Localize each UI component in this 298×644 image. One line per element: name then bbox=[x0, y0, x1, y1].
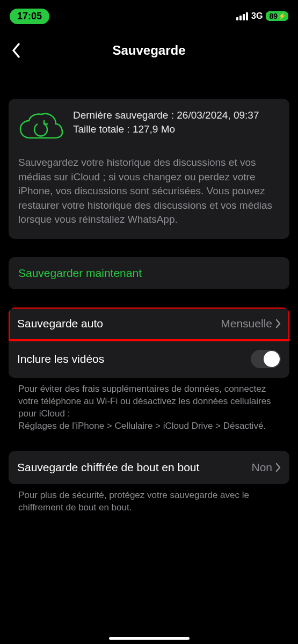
encrypted-backup-value: Non bbox=[251, 461, 272, 474]
page-title: Sauvegarde bbox=[8, 43, 290, 58]
last-backup-text: Dernière sauvegarde : 26/03/2024, 09:37 bbox=[73, 108, 280, 122]
back-button[interactable] bbox=[5, 40, 27, 61]
auto-backup-label: Sauvegarde auto bbox=[17, 317, 221, 330]
home-indicator[interactable] bbox=[109, 637, 190, 640]
include-videos-row: Inclure les vidéos bbox=[9, 340, 289, 378]
toggle-knob bbox=[264, 351, 280, 367]
include-videos-toggle[interactable] bbox=[251, 350, 281, 368]
encryption-note: Pour plus de sécurité, protégez votre sa… bbox=[9, 484, 289, 514]
nav-bar: Sauvegarde bbox=[0, 27, 298, 68]
cloud-refresh-icon bbox=[18, 108, 63, 146]
chevron-right-icon bbox=[275, 319, 281, 328]
battery-level: 89 bbox=[269, 12, 278, 20]
data-warning-note: Pour éviter des frais supplémentaires de… bbox=[9, 378, 289, 433]
total-size-text: Taille totale : 127,9 Mo bbox=[73, 122, 280, 136]
backup-description: Sauvegardez votre historique des discuss… bbox=[18, 156, 280, 227]
chevron-right-icon bbox=[275, 463, 281, 472]
encrypted-backup-row[interactable]: Sauvegarde chiffrée de bout en bout Non bbox=[9, 451, 289, 484]
encryption-list: Sauvegarde chiffrée de bout en bout Non bbox=[9, 451, 289, 484]
backup-settings-list: Sauvegarde auto Mensuelle Inclure les vi… bbox=[9, 308, 289, 378]
encrypted-backup-label: Sauvegarde chiffrée de bout en bout bbox=[17, 460, 251, 474]
status-time-pill: 17:05 bbox=[10, 9, 49, 24]
auto-backup-value: Mensuelle bbox=[221, 317, 272, 330]
status-right: 3G 89⚡ bbox=[236, 11, 288, 21]
backup-info-card: Dernière sauvegarde : 26/03/2024, 09:37 … bbox=[9, 99, 289, 239]
status-bar: 17:05 3G 89⚡ bbox=[0, 0, 298, 27]
include-videos-label: Inclure les vidéos bbox=[17, 353, 251, 365]
network-type: 3G bbox=[251, 11, 263, 21]
auto-backup-row[interactable]: Sauvegarde auto Mensuelle bbox=[9, 308, 289, 340]
charging-icon: ⚡ bbox=[278, 12, 286, 20]
chevron-left-icon bbox=[12, 43, 20, 58]
signal-icon bbox=[236, 12, 248, 20]
battery-indicator: 89⚡ bbox=[266, 11, 288, 21]
backup-now-button[interactable]: Sauvegarder maintenant bbox=[9, 257, 289, 289]
